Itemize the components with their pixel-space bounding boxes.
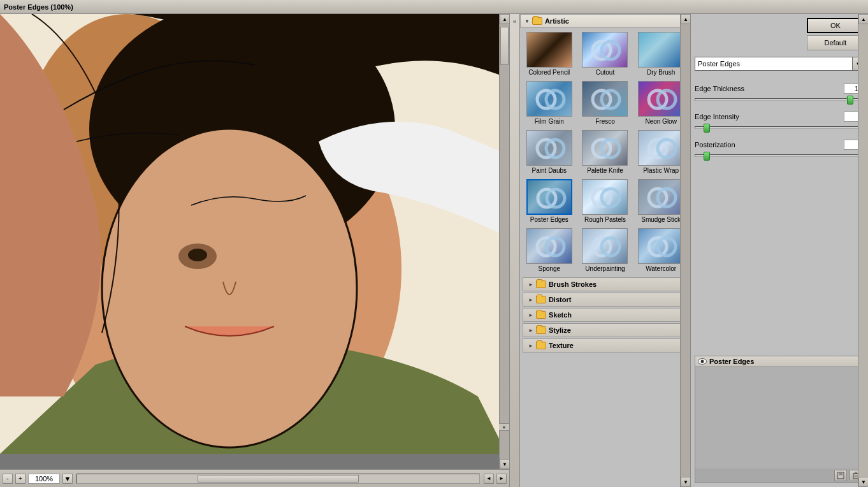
param-row-edge-intensity: Edge Intensity1 (695, 112, 864, 132)
svg-point-4 (102, 129, 357, 447)
zoom-dropdown-button[interactable]: ▼ (62, 474, 73, 484)
filter-name-label: Fresco (595, 118, 615, 125)
artistic-section-label: Artistic (545, 17, 569, 25)
filter-name-label: Underpainting (585, 265, 625, 272)
collapsed-section-texture[interactable]: ►Texture (523, 338, 688, 353)
filter-name-label: Poster Edges (530, 216, 568, 223)
filter-name-label: Rough Pastels (584, 216, 626, 223)
filter-thumbnail-palette-knife (582, 130, 628, 166)
scroll-down-arrow[interactable]: ▼ (500, 459, 510, 469)
collapsed-section-label: Stylize (549, 326, 571, 334)
collapsed-arrow: ► (528, 312, 533, 318)
slider-track-container[interactable] (695, 151, 864, 160)
collapsed-section-label: Brush Strokes (549, 280, 597, 288)
folder-icon (532, 17, 542, 25)
filter-item-colored-pencil[interactable]: Colored Pencil (523, 31, 576, 77)
folder-icon (536, 311, 546, 319)
folder-icon (536, 342, 546, 349)
scroll-left-arrow[interactable]: ◄ (484, 474, 494, 484)
collapse-panel-button[interactable]: « (510, 14, 520, 487)
filter-item-film-grain[interactable]: Film Grain (523, 80, 576, 126)
filter-thumbnail-fresco (582, 81, 628, 117)
spacer (695, 166, 864, 352)
slider-knob[interactable] (847, 96, 853, 105)
filter-name-label: Sponge (539, 265, 560, 272)
title-bar-text: Poster Edges (100%) (4, 3, 73, 11)
filter-panel-scrollbar[interactable]: ▲ ▼ (680, 14, 690, 487)
collapsed-section-label: Sketch (549, 311, 572, 319)
default-button[interactable]: Default (807, 35, 864, 50)
ok-button[interactable]: OK (807, 18, 864, 33)
filter-scroll-down[interactable]: ▼ (681, 477, 691, 487)
filter-name-label: Neon Glow (645, 118, 676, 125)
section-expand-arrow: ▼ (524, 18, 530, 24)
filter-item-fresco[interactable]: Fresco (579, 80, 632, 126)
filter-thumbnail-rough-pastels (582, 179, 628, 215)
param-label-text: Edge Thickness (695, 85, 744, 92)
collapsed-arrow: ► (528, 328, 533, 333)
preview-panel: ▲ ▼ ≡ - + 100% ▼ ◄ ► (0, 14, 510, 487)
title-bar: Poster Edges (100%) (0, 0, 868, 14)
scroll-right-arrow[interactable]: ► (496, 474, 507, 484)
collapsed-section-label: Distort (549, 296, 571, 303)
filter-dropdown[interactable]: Poster Edges (695, 57, 853, 71)
slider-track-container[interactable] (695, 123, 864, 132)
sliders-group: Edge Thickness10Edge Intensity1Posteriza… (695, 84, 864, 163)
collapsed-section-stylize[interactable]: ►Stylize (523, 323, 688, 337)
zoom-display[interactable]: 100% (28, 474, 60, 484)
preview-scroll-up[interactable]: ▲ (858, 14, 868, 24)
preview-scrollbar[interactable]: ▲ ▼ (858, 14, 868, 487)
folder-icon (536, 280, 546, 288)
filter-thumbnail-cutout (582, 32, 628, 68)
filter-name-label: Smudge Stick (641, 216, 681, 223)
filter-thumbnail-neon-glow (638, 81, 684, 117)
filter-scroll-up[interactable]: ▲ (681, 14, 691, 24)
param-header: Posterization1 (695, 140, 864, 150)
filter-item-sponge[interactable]: Sponge (523, 227, 576, 273)
preview-scrollbar-vertical[interactable]: ▲ ▼ ≡ (499, 14, 509, 469)
slider-knob[interactable] (704, 124, 710, 133)
filter-item-cutout[interactable]: Cutout (579, 31, 632, 77)
filter-item-rough-pastels[interactable]: Rough Pastels (579, 178, 632, 224)
svg-rect-37 (839, 472, 843, 475)
scroll-up-arrow[interactable]: ▲ (500, 14, 510, 24)
slider-knob[interactable] (704, 152, 710, 161)
slider-track-container[interactable] (695, 95, 864, 104)
action-buttons-row: OK Default (695, 18, 864, 50)
collapsed-section-distort[interactable]: ►Distort (523, 293, 688, 307)
filter-panel-inner: ▼ Artistic Colored PencilCutoutDry Brush… (520, 14, 690, 487)
filter-item-palette-knife[interactable]: Palette Knife (579, 129, 632, 175)
param-label-text: Posterization (695, 141, 735, 149)
filter-thumbnail-plastic-wrap (638, 130, 684, 166)
filter-dropdown-row: Poster Edges ▼ (695, 57, 864, 71)
param-row-posterization: Posterization1 (695, 140, 864, 160)
filter-item-underpainting[interactable]: Underpainting (579, 227, 632, 273)
slider-background (695, 126, 864, 129)
folder-icon (536, 296, 546, 303)
filter-item-poster-edges[interactable]: Poster Edges (523, 178, 576, 224)
filter-thumbnail-poster-edges (526, 179, 572, 215)
filter-thumbnail-paint-daubs (526, 130, 572, 166)
folder-icon (536, 326, 546, 334)
collapsed-arrow: ► (528, 297, 533, 303)
filter-item-paint-daubs[interactable]: Paint Daubs (523, 129, 576, 175)
filter-thumbnail-smudge-stick (638, 179, 684, 215)
artistic-section-header[interactable]: ▼ Artistic (520, 14, 690, 28)
collapsed-arrow: ► (528, 282, 533, 287)
collapsed-section-sketch[interactable]: ►Sketch (523, 308, 688, 322)
horizontal-scrollbar[interactable] (76, 474, 480, 484)
collapsed-section-brush-strokes[interactable]: ►Brush Strokes (523, 277, 688, 291)
scrollbar-thumb[interactable] (198, 475, 358, 483)
filter-thumbnail-film-grain (526, 81, 572, 117)
zoom-plus-button[interactable]: + (15, 474, 25, 484)
param-row-edge-thickness: Edge Thickness10 (695, 84, 864, 104)
filter-thumbnail-dry-brush (638, 32, 684, 68)
collapsed-sections-container: ►Brush Strokes►Distort►Sketch►Stylize►Te… (520, 277, 690, 353)
main-container: ▲ ▼ ≡ - + 100% ▼ ◄ ► « (0, 14, 868, 487)
preview-scroll-down[interactable]: ▼ (858, 477, 868, 487)
zoom-minus-button[interactable]: - (3, 474, 13, 484)
filter-preview-label: Poster Edges (709, 358, 754, 365)
save-document-button[interactable] (834, 470, 847, 481)
filter-name-label: Film Grain (535, 118, 564, 125)
filter-name-label: Plastic Wrap (643, 167, 679, 174)
